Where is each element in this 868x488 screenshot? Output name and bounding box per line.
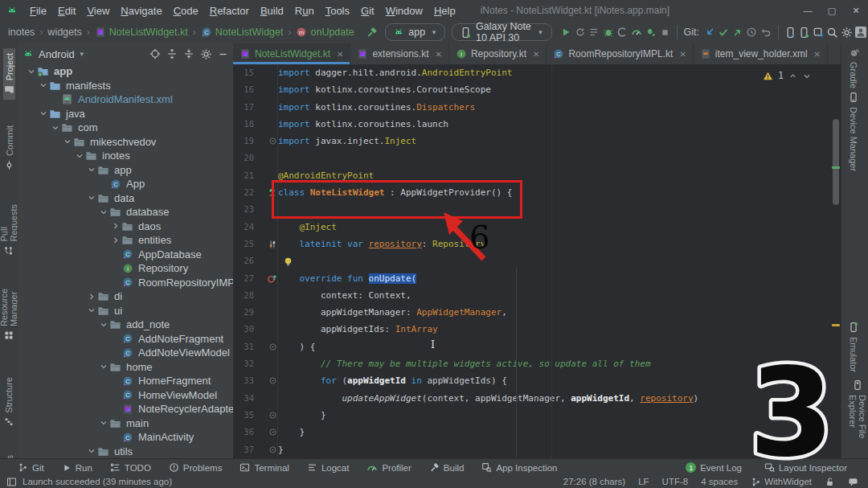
close-tab-icon[interactable]: ✕	[435, 50, 441, 59]
tree-item-AddNoteFragment[interactable]: CAddNoteFragment	[18, 332, 233, 347]
code-line-25[interactable]: 25 lateinit var repository: Repository	[233, 236, 841, 252]
code-line-29[interactable]: 29 appWidgetManager: AppWidgetManager,	[233, 304, 841, 321]
tree-item-AndroidManifest.xml[interactable]: AndroidManifest.xml	[18, 92, 233, 107]
expand-all-icon[interactable]	[166, 48, 178, 59]
tool-strip-gradle[interactable]: Gradle	[848, 47, 859, 88]
tree-item-entities[interactable]: entities	[18, 233, 233, 248]
code-line-24[interactable]: 24 @Inject	[233, 219, 841, 236]
tree-item-MainActivity[interactable]: CMainActivity	[18, 430, 233, 445]
toolwindow-run[interactable]: Run	[62, 462, 92, 474]
close-tab-icon[interactable]: ✕	[337, 50, 343, 59]
tree-item-app[interactable]: app	[18, 64, 233, 79]
search-everywhere-button[interactable]	[826, 23, 839, 41]
tree-item-di[interactable]: di	[18, 289, 233, 304]
run-configuration-select[interactable]: app ▼	[385, 23, 445, 41]
device-select[interactable]: Galaxy Note 10 API 30 ▼	[452, 23, 552, 41]
tree-item-HomeViewModel[interactable]: CHomeViewModel	[18, 388, 233, 403]
run-button[interactable]	[560, 23, 573, 41]
toolwindow-profiler[interactable]: Profiler	[366, 462, 411, 474]
tool-strip-emulator[interactable]: Emulator	[848, 322, 859, 372]
code-line-28[interactable]: 28 context: Context,	[233, 287, 841, 304]
editor-tab-NoteListWidget.kt[interactable]: NoteListWidget.kt✕	[233, 43, 350, 64]
prev-warning-icon[interactable]	[788, 72, 797, 80]
collapse-all-icon[interactable]	[183, 48, 194, 59]
maximize-button[interactable]: ▢	[820, 0, 844, 21]
git-history-button[interactable]	[746, 23, 759, 41]
close-tab-icon[interactable]: ✕	[814, 50, 821, 59]
tool-strip-resource-manager[interactable]: Resource Manager	[0, 284, 19, 345]
fold-icon[interactable]	[268, 342, 277, 351]
editor-tab-item_view_holder.xml[interactable]: item_view_holder.xml✕	[694, 43, 828, 64]
project-view-selector[interactable]: Android	[39, 48, 75, 60]
menu-help[interactable]: Help	[428, 5, 461, 17]
tree-item-NoteRecyclerAdapter.kt[interactable]: NoteRecyclerAdapter.kt	[18, 402, 233, 416]
git-commit-button[interactable]	[718, 23, 731, 41]
fold-icon[interactable]	[268, 137, 277, 146]
tree-item-com[interactable]: com	[18, 121, 233, 135]
sync-project-button[interactable]	[784, 23, 796, 41]
breadcrumb-item[interactable]: CNoteListWidget	[201, 27, 284, 38]
minimize-button[interactable]: —	[796, 0, 820, 21]
tool-strip-device-manager[interactable]: Device Manager	[848, 92, 859, 171]
fold-icon[interactable]	[268, 445, 277, 454]
profiler-button[interactable]	[630, 23, 643, 41]
code-line-19[interactable]: 19import javax.inject.Inject	[233, 133, 841, 150]
menu-run[interactable]: Run	[289, 5, 320, 17]
tree-item-app[interactable]: app	[18, 163, 233, 178]
tree-item-manifests[interactable]: manifests	[18, 79, 233, 93]
tree-item-daos[interactable]: daos	[18, 219, 233, 234]
code-line-18[interactable]: 18import kotlinx.coroutines.launch	[233, 116, 841, 133]
toolwindow-git[interactable]: Git	[18, 462, 44, 474]
sliders-icon[interactable]	[268, 240, 277, 249]
stop-button[interactable]	[658, 23, 671, 41]
device-manager-button[interactable]	[798, 23, 811, 41]
tree-item-database[interactable]: database	[18, 205, 233, 219]
tree-item-RoomRepositoryIMPL[interactable]: CRoomRepositoryIMPL	[18, 276, 233, 290]
caret-position[interactable]: 27:26 (8 chars)	[563, 477, 625, 486]
menu-git[interactable]: Git	[355, 5, 380, 17]
code-line-26[interactable]: 26	[233, 252, 841, 269]
fold-icon[interactable]	[268, 411, 277, 420]
tool-strip-pull-requests[interactable]: Pull Requests	[0, 199, 19, 260]
menu-window[interactable]: Window	[380, 5, 428, 17]
fold-icon[interactable]	[268, 428, 277, 437]
close-tab-icon[interactable]: ✕	[679, 50, 686, 59]
debug-button[interactable]	[602, 23, 615, 41]
editor-tab-Repository.kt[interactable]: IRepository.kt✕	[449, 43, 547, 64]
tree-item-java[interactable]: java	[18, 107, 233, 121]
toolwindow-event-log[interactable]: 1Event Log	[686, 462, 742, 473]
tree-item-ui[interactable]: ui	[18, 304, 233, 318]
tree-item-AppDatabase[interactable]: CAppDatabase	[18, 248, 233, 262]
close-button[interactable]: ✕	[844, 0, 868, 21]
editor-tab-extensions.kt[interactable]: extensions.kt✕	[350, 43, 448, 64]
tool-strip-device-file-explorer[interactable]: Device File Explorer	[848, 379, 867, 458]
toolwindow-logcat[interactable]: Logcat	[307, 462, 350, 474]
sdk-manager-button[interactable]	[812, 23, 825, 41]
tree-item-mikeschvedov[interactable]: mikeschvedov	[18, 135, 233, 150]
close-tab-icon[interactable]: ✕	[533, 50, 539, 59]
toolwindow-toggle-icon[interactable]	[6, 477, 17, 487]
attach-debugger-button[interactable]	[645, 23, 657, 41]
tree-item-data[interactable]: data	[18, 191, 233, 206]
apply-changes-button[interactable]	[574, 23, 587, 41]
breadcrumb-item[interactable]: widgets	[47, 27, 81, 38]
tree-item-App[interactable]: CApp	[18, 177, 233, 191]
menu-file[interactable]: File	[24, 5, 52, 17]
indent-setting[interactable]: 4 spaces	[701, 477, 738, 486]
profile-button[interactable]	[616, 23, 629, 41]
git-push-button[interactable]	[731, 23, 744, 41]
coverage-button[interactable]	[588, 23, 601, 41]
tree-item-Repository[interactable]: IRepository	[18, 261, 233, 276]
toolwindow-build[interactable]: Build	[429, 462, 465, 474]
fold-icon[interactable]	[268, 376, 277, 385]
code-line-27[interactable]: 27 override fun onUpdate(	[233, 270, 841, 287]
breadcrumb-item[interactable]: monUpdate	[296, 27, 354, 38]
line-separator[interactable]: LF	[638, 477, 649, 486]
editor-scrollbar[interactable]	[833, 119, 839, 205]
tree-item-AddNoteViewModel[interactable]: CAddNoteViewModel	[18, 346, 233, 360]
code-line-16[interactable]: 16import kotlinx.coroutines.CoroutineSco…	[233, 81, 841, 98]
hide-panel-icon[interactable]	[218, 49, 228, 59]
git-rollback-button[interactable]	[760, 23, 772, 41]
next-warning-icon[interactable]	[802, 72, 812, 81]
code-line-15[interactable]: 15import dagger.hilt.android.AndroidEntr…	[233, 64, 841, 81]
